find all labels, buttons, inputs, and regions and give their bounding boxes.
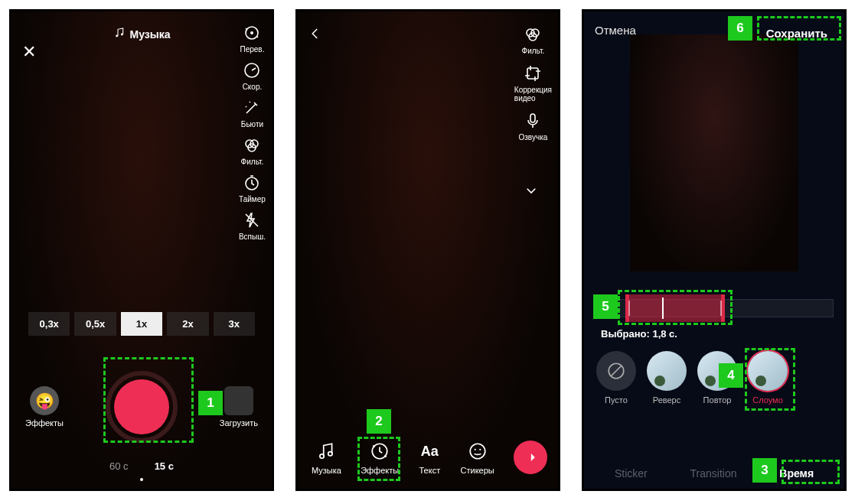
video-preview [630, 34, 798, 272]
speed-option-active[interactable]: 1x [121, 312, 162, 336]
record-screen: ✕ Музыка Перев. Скор. Бьюти [9, 9, 274, 491]
music-note-icon [113, 27, 126, 41]
page-indicator-dot [140, 478, 143, 481]
svg-rect-13 [530, 114, 535, 122]
filter-circles-icon [241, 135, 263, 156]
text-icon: Aa [418, 440, 441, 463]
svg-point-19 [479, 449, 481, 450]
speed-option[interactable]: 0,5x [74, 312, 116, 336]
speed-button[interactable]: Скор. [241, 60, 263, 91]
camera-tools: Перев. Скор. Бьюти Фильт. Таймер Вспыш. [239, 22, 266, 241]
record-button[interactable] [106, 371, 178, 443]
svg-point-17 [470, 444, 485, 459]
time-effects-row: Пусто Реверс Повтор Слоумо [584, 351, 844, 405]
tool-label: Скор. [243, 83, 263, 91]
edit-tools: Фильт. Коррекциявидео Озвучка [514, 24, 552, 141]
mic-icon [522, 110, 543, 132]
time-effects-screen: Отмена Сохранить Выбрано: 1,8 с. Пусто Р… [582, 9, 847, 491]
effect-category-tabs: Sticker Transition Время [584, 467, 844, 480]
selection-handle-right[interactable] [720, 301, 722, 316]
back-button[interactable] [308, 27, 322, 44]
sticker-icon [466, 440, 489, 463]
svg-rect-12 [527, 68, 538, 79]
flash-off-icon [241, 210, 263, 231]
close-button[interactable]: ✕ [22, 42, 36, 62]
arrow-right-icon [523, 450, 538, 465]
duration-selector[interactable]: 60 с 15 с [11, 460, 272, 472]
tool-label: Озвучка [518, 133, 547, 141]
svg-point-3 [250, 31, 253, 34]
reverse-thumb-icon [647, 351, 687, 391]
speed-option[interactable]: 3x [214, 312, 255, 336]
filter-circles-icon [522, 24, 543, 45]
cancel-button[interactable]: Отмена [595, 24, 636, 43]
effect-empty[interactable]: Пусто [596, 351, 636, 405]
effects-label: Эффекты [25, 418, 64, 428]
text-button[interactable]: Aa Текст [418, 440, 441, 475]
beauty-button[interactable]: Бьюти [241, 97, 263, 128]
wand-icon [241, 97, 263, 119]
tab-sticker[interactable]: Sticker [615, 467, 648, 480]
btn-label: Стикеры [461, 466, 494, 475]
btn-label: Текст [419, 466, 440, 475]
filter-button[interactable]: Фильт. [522, 24, 545, 55]
tab-time[interactable]: Время [779, 467, 814, 480]
svg-point-15 [328, 452, 332, 456]
svg-point-0 [116, 35, 118, 37]
music-button[interactable]: Музыка [312, 440, 341, 475]
correction-button[interactable]: Коррекциявидео [514, 63, 552, 102]
filter-button[interactable]: Фильт. [241, 135, 264, 166]
effects-button[interactable]: 😜 Эффекты [25, 386, 64, 428]
effect-repeat[interactable]: Повтор [697, 351, 737, 405]
selection-handle-left[interactable] [628, 301, 630, 316]
effect-label: Пусто [605, 395, 628, 405]
speed-option[interactable]: 2x [167, 312, 208, 336]
stickers-button[interactable]: Стикеры [461, 440, 494, 475]
effect-label: Повтор [703, 395, 732, 405]
tool-label: Таймер [239, 195, 266, 203]
tool-label: Фильт. [522, 47, 545, 55]
timeline-playhead[interactable] [662, 298, 664, 319]
flip-icon [241, 22, 263, 44]
save-button[interactable]: Сохранить [760, 24, 834, 43]
speed-option[interactable]: 0,3x [28, 312, 70, 336]
tool-label: Вспыш. [239, 232, 266, 241]
effect-reverse[interactable]: Реверс [647, 351, 687, 405]
svg-point-1 [120, 34, 122, 36]
clock-effects-icon [368, 440, 391, 463]
tool-label: Коррекциявидео [514, 86, 552, 102]
flip-camera-button[interactable]: Перев. [240, 22, 264, 54]
expand-tools-button[interactable] [524, 184, 538, 200]
tab-transition[interactable]: Transition [690, 467, 737, 480]
edit-screen: Фильт. Коррекциявидео Озвучка Музыка Эфф… [295, 9, 560, 491]
effect-label: Слоумо [752, 395, 783, 405]
timer-icon [241, 172, 263, 193]
music-note-icon [315, 440, 338, 463]
duration-option-active[interactable]: 15 с [155, 460, 174, 472]
timeline[interactable] [595, 294, 834, 322]
duration-option[interactable]: 60 с [109, 460, 129, 472]
emoji-icon: 😜 [30, 386, 59, 415]
svg-point-14 [320, 454, 324, 458]
next-button[interactable] [514, 441, 547, 474]
timer-button[interactable]: Таймер [239, 172, 266, 203]
btn-label: Музыка [312, 466, 341, 475]
upload-button[interactable]: Загрузить [220, 386, 258, 428]
tool-label: Фильт. [241, 158, 264, 166]
music-label: Музыка [130, 28, 171, 41]
none-icon [596, 351, 636, 391]
selection-duration-label: Выбрано: 1,8 с. [601, 328, 677, 340]
btn-label: Эффекты [361, 466, 399, 475]
speed-selector: 0,3x 0,5x 1x 2x 3x [28, 312, 255, 336]
speedometer-icon [241, 60, 263, 81]
effect-slomo[interactable]: Слоумо [748, 351, 788, 405]
slomo-thumb-icon [748, 351, 788, 391]
effect-label: Реверс [653, 395, 680, 405]
flash-button[interactable]: Вспыш. [239, 210, 266, 241]
add-music-button[interactable]: Музыка [113, 27, 171, 41]
effects-button[interactable]: Эффекты [361, 440, 399, 475]
record-inner-icon [114, 379, 169, 434]
voiceover-button[interactable]: Озвучка [518, 110, 547, 141]
upload-label: Загрузить [220, 418, 258, 428]
timeline-selection[interactable] [625, 294, 725, 322]
